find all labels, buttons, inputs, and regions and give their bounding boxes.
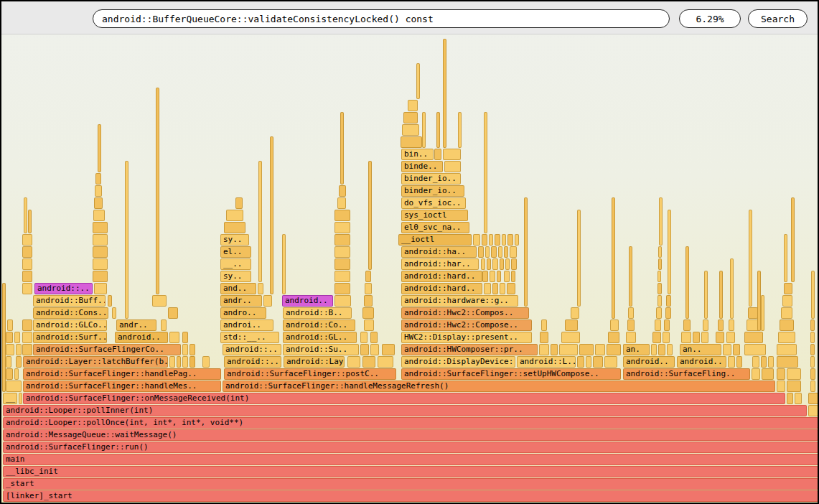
flame-frame[interactable]: __ioctl: [398, 234, 472, 246]
flame-frame-unlabeled[interactable]: [795, 393, 802, 404]
flame-frame-unlabeled[interactable]: [263, 295, 272, 307]
flame-frame-unlabeled[interactable]: [511, 258, 517, 270]
flame-frame-unlabeled[interactable]: [22, 246, 32, 258]
flame-frame-unlabeled[interactable]: [719, 271, 723, 319]
flame-frame[interactable]: android..: [677, 356, 726, 368]
flame-frame[interactable]: android::MessageQueue::waitMessage(): [3, 429, 818, 441]
flame-frame-unlabeled[interactable]: [492, 283, 498, 294]
flame-frame[interactable]: andro..: [220, 307, 266, 319]
flame-frame-unlabeled[interactable]: [485, 246, 490, 258]
flame-frame-unlabeled[interactable]: [524, 197, 528, 307]
flame-frame-unlabeled[interactable]: [752, 368, 760, 380]
flame-frame-unlabeled[interactable]: [811, 271, 815, 319]
flame-frame-unlabeled[interactable]: [368, 161, 372, 270]
flame-frame[interactable]: main: [3, 454, 818, 465]
flame-frame-unlabeled[interactable]: [401, 136, 422, 148]
flame-frame-unlabeled[interactable]: [360, 344, 369, 355]
flame-frame-unlabeled[interactable]: [408, 100, 418, 111]
search-input[interactable]: [93, 9, 670, 28]
flame-frame-unlabeled[interactable]: [334, 271, 350, 282]
flame-frame-unlabeled[interactable]: [362, 356, 375, 368]
flame-frame-unlabeled[interactable]: [347, 356, 360, 368]
flame-frame-unlabeled[interactable]: [658, 344, 665, 355]
flame-frame-unlabeled[interactable]: [577, 210, 581, 307]
flame-frame-unlabeled[interactable]: [810, 356, 815, 368]
flame-frame-unlabeled[interactable]: [282, 234, 286, 294]
flame-frame-unlabeled[interactable]: [402, 124, 419, 136]
flame-frame-unlabeled[interactable]: [667, 344, 673, 355]
flame-frame[interactable]: android::SurfaceFling..: [623, 368, 750, 380]
flame-frame-unlabeled[interactable]: [270, 136, 273, 294]
flame-frame-unlabeled[interactable]: [93, 234, 108, 246]
flame-frame[interactable]: android::Buff..: [33, 295, 106, 307]
flame-frame-unlabeled[interactable]: [370, 332, 378, 343]
flame-frame-unlabeled[interactable]: [716, 332, 724, 343]
flame-frame-unlabeled[interactable]: [6, 381, 22, 392]
flame-frame-unlabeled[interactable]: [490, 271, 495, 282]
flame-frame-unlabeled[interactable]: [382, 344, 395, 355]
flame-frame[interactable]: android::..: [223, 344, 281, 355]
flame-frame[interactable]: android::GL..: [283, 332, 357, 343]
flame-frame-unlabeled[interactable]: [14, 368, 19, 380]
flame-frame-unlabeled[interactable]: [608, 332, 619, 343]
flame-frame-unlabeled[interactable]: [777, 356, 798, 368]
flame-frame[interactable]: binder_io..: [401, 173, 461, 185]
flame-frame[interactable]: android::GLCo..: [33, 319, 107, 331]
flame-frame-unlabeled[interactable]: [168, 307, 178, 319]
flame-frame-unlabeled[interactable]: [810, 381, 815, 392]
flame-frame-unlabeled[interactable]: [161, 319, 167, 331]
flame-frame[interactable]: android::SurfaceFlinger::run(): [3, 442, 818, 453]
flame-frame-unlabeled[interactable]: [723, 344, 731, 355]
flame-frame-unlabeled[interactable]: [604, 356, 617, 368]
flame-frame-unlabeled[interactable]: [334, 258, 350, 270]
flame-frame[interactable]: android::B..: [283, 307, 352, 319]
flame-frame-unlabeled[interactable]: [504, 271, 510, 282]
flame-frame-unlabeled[interactable]: [810, 332, 815, 343]
flame-frame-unlabeled[interactable]: [6, 344, 14, 355]
flame-frame[interactable]: sy..: [220, 271, 251, 282]
flame-frame-unlabeled[interactable]: [744, 332, 763, 343]
flame-frame-unlabeled[interactable]: [784, 234, 787, 282]
flame-frame[interactable]: android::DisplayDevice:..: [401, 356, 515, 368]
flame-frame[interactable]: android::HWComposer::pr..: [401, 344, 538, 355]
flame-frame-unlabeled[interactable]: [629, 246, 632, 307]
flame-frame-unlabeled[interactable]: [656, 307, 662, 319]
flame-frame-unlabeled[interactable]: [93, 258, 108, 270]
flame-frame-unlabeled[interactable]: [6, 332, 13, 343]
flame-frame[interactable]: android::Su..: [283, 344, 359, 355]
flame-frame[interactable]: android::SurfaceFlinger::setUpHWCompose.…: [401, 368, 621, 380]
flame-frame-unlabeled[interactable]: [16, 356, 22, 368]
flame-frame-unlabeled[interactable]: [489, 234, 493, 246]
flame-frame[interactable]: android::Lay..: [284, 356, 345, 368]
flame-frame[interactable]: android::SurfaceFlinger::onMessageReceiv…: [23, 393, 785, 404]
flame-frame-unlabeled[interactable]: [777, 368, 785, 380]
flame-frame-unlabeled[interactable]: [340, 112, 344, 185]
flame-frame-unlabeled[interactable]: [703, 319, 708, 331]
flame-frame-unlabeled[interactable]: [422, 112, 426, 148]
flame-frame-unlabeled[interactable]: [364, 295, 373, 307]
flame-frame-unlabeled[interactable]: [808, 405, 818, 416]
flame-frame-unlabeled[interactable]: [495, 234, 500, 246]
flame-frame-unlabeled[interactable]: [579, 344, 594, 355]
flame-frame[interactable]: android::L..: [517, 356, 576, 368]
flame-frame-unlabeled[interactable]: [478, 246, 484, 258]
flame-frame-unlabeled[interactable]: [22, 283, 32, 294]
flame-frame-unlabeled[interactable]: [500, 258, 504, 270]
flame-frame-unlabeled[interactable]: [403, 112, 418, 123]
flame-frame-unlabeled[interactable]: [98, 124, 101, 172]
flame-frame-unlabeled[interactable]: [416, 63, 420, 99]
flame-frame-unlabeled[interactable]: [733, 344, 740, 355]
flame-frame[interactable]: HWC2::Display::present..: [401, 332, 532, 343]
flame-frame[interactable]: andr..: [220, 295, 262, 307]
flame-frame-unlabeled[interactable]: [93, 246, 108, 258]
flame-frame-unlabeled[interactable]: [730, 258, 734, 319]
flame-frame[interactable]: sys_ioctl: [401, 210, 468, 221]
flame-frame-unlabeled[interactable]: [762, 368, 774, 380]
flame-frame-unlabeled[interactable]: [169, 332, 179, 343]
flame-frame-unlabeled[interactable]: [95, 173, 101, 185]
flame-frame[interactable]: an..: [680, 344, 721, 355]
flame-frame-unlabeled[interactable]: [744, 344, 766, 355]
flame-frame-unlabeled[interactable]: [561, 332, 580, 343]
flame-frame[interactable]: android::ha..: [401, 246, 477, 258]
flame-frame-unlabeled[interactable]: [370, 344, 379, 355]
